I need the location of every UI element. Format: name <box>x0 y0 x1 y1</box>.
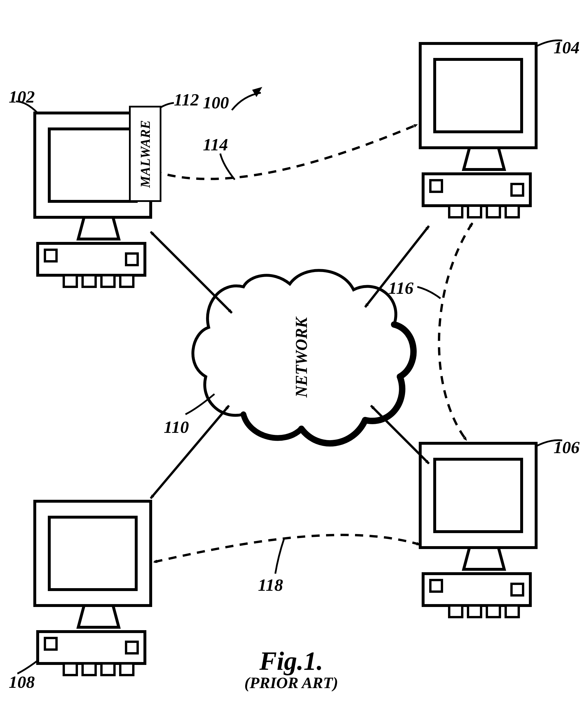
svg-rect-13 <box>468 206 481 217</box>
svg-rect-17 <box>511 184 523 195</box>
svg-rect-35 <box>126 642 138 653</box>
svg-rect-28 <box>49 517 136 590</box>
ref-100: 100 <box>203 93 229 113</box>
svg-rect-1 <box>49 129 136 201</box>
svg-rect-23 <box>487 606 500 617</box>
ref-102: 102 <box>9 87 35 107</box>
network-label: NETWORK <box>292 316 311 398</box>
diagram-canvas: MALWARE NETWORK 100 102 104 106 108 110 … <box>0 0 588 722</box>
svg-rect-4 <box>83 275 96 287</box>
svg-rect-15 <box>506 206 519 217</box>
computer-106-icon <box>420 443 536 617</box>
svg-rect-10 <box>435 59 522 132</box>
figure-caption: Fig.1. <box>240 646 342 676</box>
ref-110: 110 <box>164 417 189 437</box>
svg-rect-32 <box>101 663 114 675</box>
svg-rect-34 <box>45 638 57 650</box>
svg-line-39 <box>151 406 229 498</box>
svg-line-36 <box>151 232 232 313</box>
ref-106: 106 <box>553 438 580 458</box>
ref-116: 116 <box>388 278 414 298</box>
svg-rect-5 <box>101 275 114 287</box>
computer-108-icon <box>35 501 151 675</box>
svg-rect-16 <box>430 180 442 192</box>
svg-rect-22 <box>468 606 481 617</box>
svg-rect-24 <box>506 606 519 617</box>
svg-line-38 <box>371 406 429 464</box>
svg-rect-8 <box>126 254 138 265</box>
ref-114: 114 <box>203 135 228 155</box>
svg-rect-12 <box>449 206 462 217</box>
ref-108: 108 <box>9 672 35 692</box>
figure-subtitle: (PRIOR ART) <box>240 674 342 692</box>
svg-rect-19 <box>435 459 522 532</box>
ref-112: 112 <box>174 90 199 110</box>
svg-rect-25 <box>430 580 442 592</box>
svg-rect-6 <box>120 275 133 287</box>
svg-rect-33 <box>120 663 133 675</box>
svg-rect-21 <box>449 606 462 617</box>
svg-rect-7 <box>45 250 57 261</box>
svg-rect-31 <box>83 663 96 675</box>
computer-104-icon <box>420 43 536 217</box>
malware-text: MALWARE <box>138 120 153 188</box>
ref-104: 104 <box>553 38 580 58</box>
svg-rect-3 <box>64 275 77 287</box>
ref-118: 118 <box>258 575 283 595</box>
svg-rect-26 <box>511 584 523 595</box>
svg-rect-14 <box>487 206 500 217</box>
malware-label-box: MALWARE <box>129 106 162 202</box>
svg-rect-30 <box>64 663 77 675</box>
